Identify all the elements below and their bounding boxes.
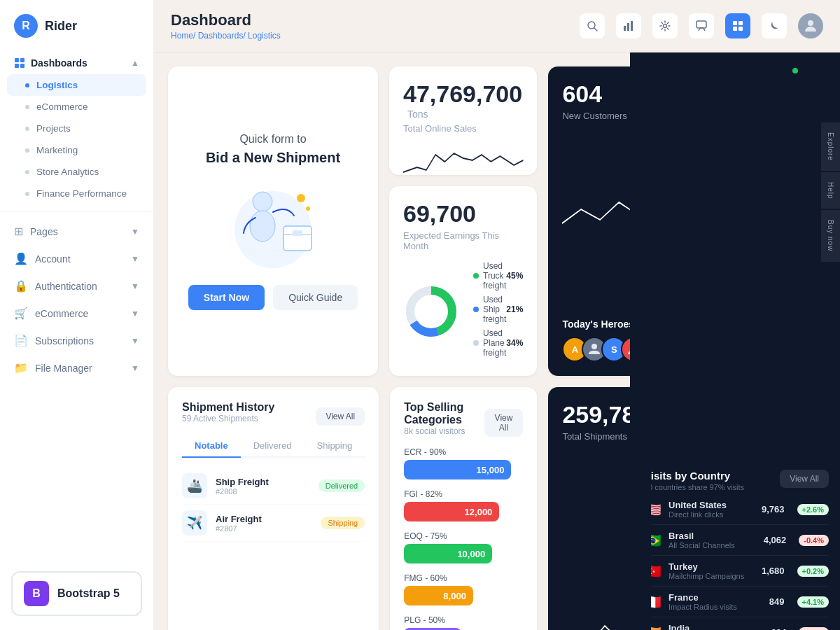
user-avatar[interactable]	[798, 13, 823, 38]
svg-rect-12	[738, 21, 743, 25]
country-change: +2.6%	[797, 504, 830, 515]
sidebar-item-authentication[interactable]: 🔒 Authentication ▼	[0, 272, 153, 300]
shipment-icon-air: ✈️	[182, 510, 207, 536]
country-name: Brasil	[668, 531, 735, 541]
visits-header: Visits by Country 20 countries share 97%…	[644, 470, 829, 491]
bar-track: 8,000	[404, 586, 473, 606]
buy-now-button[interactable]: Buy now	[821, 210, 840, 261]
svg-rect-23	[293, 230, 302, 236]
tab-shipping[interactable]: Shipping	[304, 435, 365, 458]
earnings-card: 69,700 Expected Earnings This Month	[389, 186, 537, 376]
sidebar-item-marketing[interactable]: Marketing	[0, 139, 153, 161]
shipment-card-header: Shipment History 59 Active Shipments Vie…	[182, 401, 365, 432]
dot	[25, 148, 29, 153]
dot	[25, 170, 29, 174]
dashboards-chevron: ▲	[131, 58, 139, 68]
active-dot	[25, 83, 29, 88]
svg-point-19	[253, 192, 272, 211]
legend-truck: Used Truck freight 45%	[473, 261, 523, 290]
visits-view-all-button[interactable]: View All	[780, 470, 829, 488]
customers-number: 604	[562, 80, 602, 107]
country-item: 🇮🇳 India Many Sources 604 -8.3%	[644, 617, 829, 630]
auth-chevron: ▼	[131, 281, 139, 291]
settings-icon[interactable]	[652, 13, 678, 38]
side-buttons: Explore Help Buy now	[821, 122, 840, 262]
country-name: Turkey	[668, 561, 744, 572]
shipment-name: Ship Freight	[216, 477, 269, 487]
start-now-button[interactable]: Start Now	[188, 285, 265, 310]
bar-label: FMG - 60%	[404, 573, 523, 583]
sidebar-item-ecommerce-group[interactable]: 🛒 eCommerce ▼	[0, 300, 153, 327]
shipment-view-all-button[interactable]: View All	[316, 407, 365, 426]
bar-item: ECR - 90% 15,000	[404, 447, 523, 479]
help-button[interactable]: Help	[821, 172, 840, 209]
selling-card-header: Top Selling Categories 8k social visitor…	[404, 401, 523, 444]
bar-track: 12,000	[404, 502, 499, 522]
sidebar-item-store-analytics[interactable]: Store Analytics	[0, 161, 153, 183]
shipment-status: Delivered	[318, 479, 365, 492]
country-change: -0.4%	[799, 535, 829, 546]
dot	[25, 105, 29, 109]
customers-label: New Customers This Month	[562, 111, 630, 121]
countries-list: 🇺🇸 United States Direct link clicks 9,76…	[644, 494, 829, 630]
country-change: +0.2%	[797, 566, 830, 577]
sidebar-item-account[interactable]: 👤 Account ▼	[0, 245, 153, 272]
total-sales-label: Total Online Sales	[403, 123, 523, 134]
selling-subtitle: 8k social visitors	[404, 426, 484, 436]
bar-track: 10,000	[404, 544, 492, 564]
chat-icon[interactable]	[689, 13, 714, 38]
auth-icon: 🔒	[14, 279, 28, 293]
total-sales-unit: Tons	[407, 108, 428, 120]
top-selling-card: Top Selling Categories 8k social visitor…	[390, 387, 537, 630]
selling-view-all-button[interactable]: View All	[484, 409, 524, 437]
topbar-title-section: Dashboard Home/ Dashboards/ Logistics	[171, 11, 281, 41]
quick-form-subtitle: Bid a New Shipment	[206, 150, 340, 166]
explore-button[interactable]: Explore	[821, 122, 840, 171]
earnings-label: Expected Earnings This Month	[403, 230, 523, 251]
svg-rect-8	[631, 21, 633, 31]
sidebar-item-pages[interactable]: ⊞ Pages ▼	[0, 218, 153, 245]
quick-guide-button[interactable]: Quick Guide	[273, 285, 358, 310]
donut-section: Used Truck freight 45% Used Ship freight…	[403, 261, 523, 362]
sidebar-item-filemanager[interactable]: 📁 File Manager ▼	[0, 354, 153, 382]
bar-label: PLG - 50%	[404, 615, 523, 625]
sidebar-item-subscriptions[interactable]: 📄 Subscriptions ▼	[0, 327, 153, 354]
visits-subtitle: 20 countries share 97% visits	[644, 483, 744, 491]
sidebar-item-ecommerce[interactable]: eCommerce	[0, 96, 153, 118]
svg-point-18	[306, 206, 310, 211]
search-icon[interactable]	[580, 13, 605, 38]
topbar-actions	[580, 13, 823, 38]
chart-icon[interactable]	[616, 13, 641, 38]
shipment-title: Shipment History	[182, 401, 274, 414]
dashboards-section[interactable]: Dashboards ▲	[0, 52, 153, 74]
legend-plane: Used Plane freight 34%	[473, 328, 523, 358]
shipments-mini-chart	[562, 615, 630, 630]
panel-top	[630, 52, 840, 458]
country-name: United States	[668, 500, 727, 510]
shipment-id-2: #2807	[216, 524, 262, 533]
account-chevron: ▼	[131, 254, 139, 264]
country-number: 4,062	[764, 535, 787, 545]
sidebar-item-finance[interactable]: Finance Performance	[0, 183, 153, 204]
sidebar-item-projects[interactable]: Projects	[0, 118, 153, 139]
svg-rect-3	[20, 64, 24, 68]
sidebar-item-logistics[interactable]: Logistics	[7, 74, 146, 96]
panel-curve	[630, 52, 651, 630]
ecommerce-icon: 🛒	[14, 307, 28, 320]
visits-title: Visits by Country	[644, 470, 744, 482]
heroes-avatars: A S +2	[562, 337, 630, 362]
bar-label: ECR - 90%	[404, 447, 523, 457]
dark-mode-toggle[interactable]	[762, 13, 787, 38]
right-panel: Explore Help Buy now Visits by Country 2…	[630, 52, 840, 630]
logo-name: Rider	[45, 19, 77, 34]
tab-notable[interactable]: Notable	[182, 435, 241, 458]
bootstrap-label: Bootstrap 5	[57, 587, 120, 600]
grid-icon[interactable]	[725, 13, 750, 38]
tab-delivered[interactable]: Delivered	[241, 435, 304, 458]
svg-rect-6	[624, 26, 626, 31]
svg-rect-21	[284, 226, 312, 251]
dashboard-grid: Quick form to Bid a New Shipment	[154, 52, 630, 630]
quick-form-card: Quick form to Bid a New Shipment	[168, 66, 378, 376]
dot	[25, 192, 29, 196]
account-icon: 👤	[14, 252, 28, 265]
